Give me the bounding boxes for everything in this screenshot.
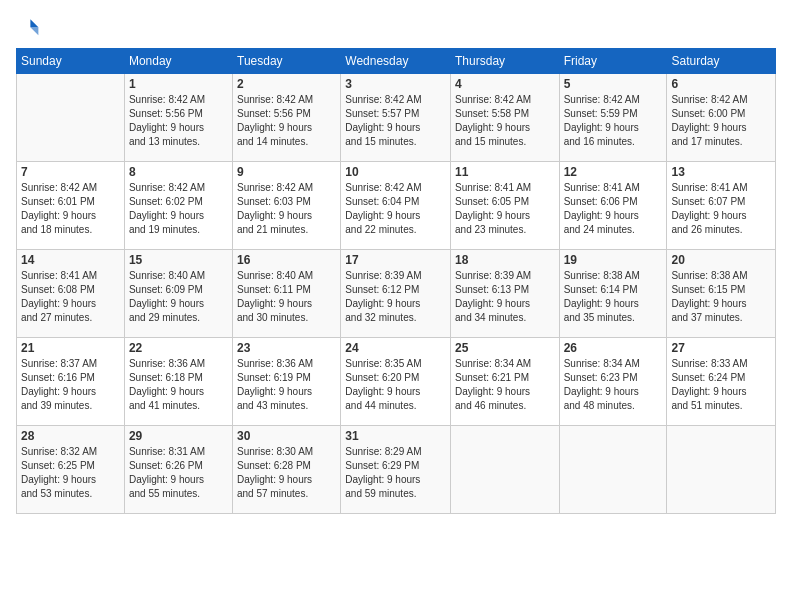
calendar-cell xyxy=(559,426,667,514)
calendar-header-row: SundayMondayTuesdayWednesdayThursdayFrid… xyxy=(17,49,776,74)
calendar-cell xyxy=(667,426,776,514)
day-info: Sunrise: 8:42 AM Sunset: 5:59 PM Dayligh… xyxy=(564,93,663,149)
day-header-wednesday: Wednesday xyxy=(341,49,451,74)
calendar-week-row: 7Sunrise: 8:42 AM Sunset: 6:01 PM Daylig… xyxy=(17,162,776,250)
day-info: Sunrise: 8:37 AM Sunset: 6:16 PM Dayligh… xyxy=(21,357,120,413)
day-number: 14 xyxy=(21,253,120,267)
calendar-cell: 26Sunrise: 8:34 AM Sunset: 6:23 PM Dayli… xyxy=(559,338,667,426)
calendar-cell: 19Sunrise: 8:38 AM Sunset: 6:14 PM Dayli… xyxy=(559,250,667,338)
day-number: 25 xyxy=(455,341,555,355)
day-number: 10 xyxy=(345,165,446,179)
day-number: 21 xyxy=(21,341,120,355)
day-info: Sunrise: 8:30 AM Sunset: 6:28 PM Dayligh… xyxy=(237,445,336,501)
day-info: Sunrise: 8:42 AM Sunset: 6:02 PM Dayligh… xyxy=(129,181,228,237)
calendar-cell: 14Sunrise: 8:41 AM Sunset: 6:08 PM Dayli… xyxy=(17,250,125,338)
calendar-week-row: 21Sunrise: 8:37 AM Sunset: 6:16 PM Dayli… xyxy=(17,338,776,426)
calendar-cell: 29Sunrise: 8:31 AM Sunset: 6:26 PM Dayli… xyxy=(124,426,232,514)
day-number: 12 xyxy=(564,165,663,179)
calendar-cell: 27Sunrise: 8:33 AM Sunset: 6:24 PM Dayli… xyxy=(667,338,776,426)
day-number: 28 xyxy=(21,429,120,443)
calendar-cell: 30Sunrise: 8:30 AM Sunset: 6:28 PM Dayli… xyxy=(233,426,341,514)
calendar-cell: 31Sunrise: 8:29 AM Sunset: 6:29 PM Dayli… xyxy=(341,426,451,514)
calendar-week-row: 14Sunrise: 8:41 AM Sunset: 6:08 PM Dayli… xyxy=(17,250,776,338)
day-info: Sunrise: 8:40 AM Sunset: 6:09 PM Dayligh… xyxy=(129,269,228,325)
calendar-cell xyxy=(451,426,560,514)
day-number: 5 xyxy=(564,77,663,91)
day-info: Sunrise: 8:41 AM Sunset: 6:07 PM Dayligh… xyxy=(671,181,771,237)
calendar-cell: 3Sunrise: 8:42 AM Sunset: 5:57 PM Daylig… xyxy=(341,74,451,162)
day-header-tuesday: Tuesday xyxy=(233,49,341,74)
day-header-monday: Monday xyxy=(124,49,232,74)
day-number: 13 xyxy=(671,165,771,179)
day-number: 31 xyxy=(345,429,446,443)
calendar-cell xyxy=(17,74,125,162)
calendar-cell: 9Sunrise: 8:42 AM Sunset: 6:03 PM Daylig… xyxy=(233,162,341,250)
day-info: Sunrise: 8:42 AM Sunset: 6:00 PM Dayligh… xyxy=(671,93,771,149)
day-info: Sunrise: 8:41 AM Sunset: 6:06 PM Dayligh… xyxy=(564,181,663,237)
main-container: SundayMondayTuesdayWednesdayThursdayFrid… xyxy=(0,0,792,522)
day-number: 11 xyxy=(455,165,555,179)
day-number: 1 xyxy=(129,77,228,91)
day-info: Sunrise: 8:42 AM Sunset: 6:01 PM Dayligh… xyxy=(21,181,120,237)
day-info: Sunrise: 8:39 AM Sunset: 6:13 PM Dayligh… xyxy=(455,269,555,325)
day-number: 17 xyxy=(345,253,446,267)
logo-icon xyxy=(16,16,40,40)
day-info: Sunrise: 8:32 AM Sunset: 6:25 PM Dayligh… xyxy=(21,445,120,501)
calendar-cell: 8Sunrise: 8:42 AM Sunset: 6:02 PM Daylig… xyxy=(124,162,232,250)
calendar-week-row: 28Sunrise: 8:32 AM Sunset: 6:25 PM Dayli… xyxy=(17,426,776,514)
day-info: Sunrise: 8:36 AM Sunset: 6:19 PM Dayligh… xyxy=(237,357,336,413)
day-info: Sunrise: 8:39 AM Sunset: 6:12 PM Dayligh… xyxy=(345,269,446,325)
day-number: 3 xyxy=(345,77,446,91)
calendar-week-row: 1Sunrise: 8:42 AM Sunset: 5:56 PM Daylig… xyxy=(17,74,776,162)
day-info: Sunrise: 8:42 AM Sunset: 5:57 PM Dayligh… xyxy=(345,93,446,149)
day-number: 26 xyxy=(564,341,663,355)
day-info: Sunrise: 8:29 AM Sunset: 6:29 PM Dayligh… xyxy=(345,445,446,501)
calendar-cell: 5Sunrise: 8:42 AM Sunset: 5:59 PM Daylig… xyxy=(559,74,667,162)
day-info: Sunrise: 8:36 AM Sunset: 6:18 PM Dayligh… xyxy=(129,357,228,413)
day-info: Sunrise: 8:35 AM Sunset: 6:20 PM Dayligh… xyxy=(345,357,446,413)
day-number: 18 xyxy=(455,253,555,267)
calendar-cell: 16Sunrise: 8:40 AM Sunset: 6:11 PM Dayli… xyxy=(233,250,341,338)
svg-marker-0 xyxy=(30,19,38,27)
day-number: 23 xyxy=(237,341,336,355)
calendar-cell: 11Sunrise: 8:41 AM Sunset: 6:05 PM Dayli… xyxy=(451,162,560,250)
day-info: Sunrise: 8:42 AM Sunset: 6:04 PM Dayligh… xyxy=(345,181,446,237)
svg-marker-1 xyxy=(30,27,38,35)
day-info: Sunrise: 8:33 AM Sunset: 6:24 PM Dayligh… xyxy=(671,357,771,413)
day-number: 7 xyxy=(21,165,120,179)
calendar-cell: 17Sunrise: 8:39 AM Sunset: 6:12 PM Dayli… xyxy=(341,250,451,338)
day-number: 8 xyxy=(129,165,228,179)
day-number: 2 xyxy=(237,77,336,91)
day-info: Sunrise: 8:41 AM Sunset: 6:05 PM Dayligh… xyxy=(455,181,555,237)
day-header-thursday: Thursday xyxy=(451,49,560,74)
calendar-cell: 10Sunrise: 8:42 AM Sunset: 6:04 PM Dayli… xyxy=(341,162,451,250)
day-number: 27 xyxy=(671,341,771,355)
header xyxy=(16,16,776,40)
day-info: Sunrise: 8:40 AM Sunset: 6:11 PM Dayligh… xyxy=(237,269,336,325)
day-number: 6 xyxy=(671,77,771,91)
calendar-cell: 18Sunrise: 8:39 AM Sunset: 6:13 PM Dayli… xyxy=(451,250,560,338)
calendar-cell: 13Sunrise: 8:41 AM Sunset: 6:07 PM Dayli… xyxy=(667,162,776,250)
calendar-cell: 4Sunrise: 8:42 AM Sunset: 5:58 PM Daylig… xyxy=(451,74,560,162)
calendar-cell: 7Sunrise: 8:42 AM Sunset: 6:01 PM Daylig… xyxy=(17,162,125,250)
calendar-table: SundayMondayTuesdayWednesdayThursdayFrid… xyxy=(16,48,776,514)
day-number: 9 xyxy=(237,165,336,179)
day-number: 19 xyxy=(564,253,663,267)
day-info: Sunrise: 8:42 AM Sunset: 5:56 PM Dayligh… xyxy=(129,93,228,149)
day-header-sunday: Sunday xyxy=(17,49,125,74)
day-number: 24 xyxy=(345,341,446,355)
calendar-cell: 2Sunrise: 8:42 AM Sunset: 5:56 PM Daylig… xyxy=(233,74,341,162)
day-number: 30 xyxy=(237,429,336,443)
calendar-cell: 22Sunrise: 8:36 AM Sunset: 6:18 PM Dayli… xyxy=(124,338,232,426)
calendar-cell: 24Sunrise: 8:35 AM Sunset: 6:20 PM Dayli… xyxy=(341,338,451,426)
day-number: 20 xyxy=(671,253,771,267)
day-info: Sunrise: 8:38 AM Sunset: 6:15 PM Dayligh… xyxy=(671,269,771,325)
day-info: Sunrise: 8:42 AM Sunset: 5:56 PM Dayligh… xyxy=(237,93,336,149)
calendar-cell: 23Sunrise: 8:36 AM Sunset: 6:19 PM Dayli… xyxy=(233,338,341,426)
calendar-cell: 20Sunrise: 8:38 AM Sunset: 6:15 PM Dayli… xyxy=(667,250,776,338)
day-number: 4 xyxy=(455,77,555,91)
day-info: Sunrise: 8:42 AM Sunset: 5:58 PM Dayligh… xyxy=(455,93,555,149)
logo xyxy=(16,16,44,40)
day-info: Sunrise: 8:34 AM Sunset: 6:23 PM Dayligh… xyxy=(564,357,663,413)
calendar-cell: 1Sunrise: 8:42 AM Sunset: 5:56 PM Daylig… xyxy=(124,74,232,162)
